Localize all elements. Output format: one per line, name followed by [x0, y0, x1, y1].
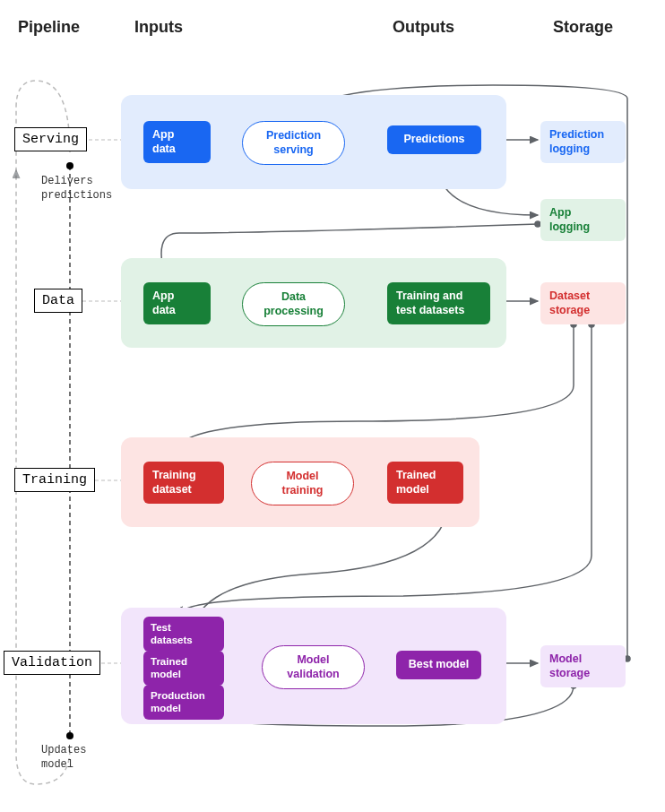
- data-process: Data processing: [242, 282, 345, 326]
- dataset-storage: Dataset storage: [540, 282, 626, 324]
- validation-input-3: Production model: [143, 685, 224, 720]
- pipeline-dot-top: [66, 162, 73, 169]
- training-process: Model training: [251, 462, 354, 505]
- data-input: App data: [143, 282, 211, 324]
- serving-storage: Prediction logging: [540, 121, 626, 163]
- row-serving-label: Serving: [14, 127, 87, 151]
- serving-process: Prediction serving: [242, 121, 345, 165]
- validation-output: Best model: [396, 651, 481, 679]
- validation-input-1: Test datasets: [143, 617, 224, 652]
- serving-output: Predictions: [387, 125, 481, 154]
- row-validation-label: Validation: [4, 651, 100, 675]
- training-input: Training dataset: [143, 462, 224, 504]
- row-data-label: Data: [34, 289, 82, 313]
- validation-input-2: Trained model: [143, 651, 224, 686]
- annot-delivers: Delivers predictions: [41, 175, 112, 203]
- pipeline-dot-bottom: [66, 732, 73, 739]
- row-training-label: Training: [14, 468, 95, 492]
- col-outputs: Outputs: [393, 18, 454, 37]
- validation-process: Model validation: [262, 645, 365, 689]
- annot-updates: Updates model: [41, 744, 86, 772]
- app-logging: App logging: [540, 199, 626, 241]
- col-storage: Storage: [553, 18, 613, 37]
- training-output: Trained model: [387, 462, 463, 504]
- serving-input: App data: [143, 121, 211, 163]
- data-output: Training and test datasets: [387, 282, 490, 324]
- col-inputs: Inputs: [134, 18, 183, 37]
- col-pipeline: Pipeline: [18, 18, 80, 37]
- model-storage: Model storage: [540, 645, 626, 687]
